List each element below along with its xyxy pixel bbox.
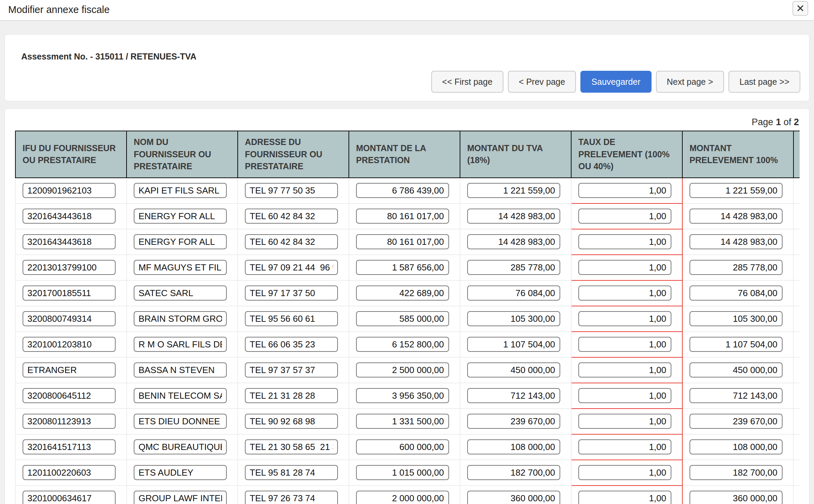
montant100-input[interactable] bbox=[690, 388, 783, 403]
adresse-input[interactable] bbox=[245, 183, 338, 198]
ifu-input[interactable] bbox=[23, 311, 116, 326]
adresse-input[interactable] bbox=[245, 260, 338, 275]
montant100-input[interactable] bbox=[690, 337, 783, 352]
last-page-button[interactable]: Last page >> bbox=[728, 71, 800, 93]
tva-input[interactable] bbox=[467, 388, 560, 403]
prestation-input[interactable] bbox=[356, 311, 449, 326]
ifu-input[interactable] bbox=[23, 209, 116, 224]
nom-cell bbox=[127, 460, 238, 486]
adresse-input[interactable] bbox=[245, 209, 338, 224]
nom-input[interactable] bbox=[134, 337, 227, 352]
ifu-input[interactable] bbox=[23, 362, 116, 377]
montant100-input[interactable] bbox=[690, 311, 783, 326]
montant100-input[interactable] bbox=[690, 414, 783, 429]
taux-input[interactable] bbox=[578, 286, 671, 301]
taux-input[interactable] bbox=[578, 209, 671, 224]
tva-input[interactable] bbox=[467, 465, 560, 480]
page-indicator-total: 2 bbox=[794, 117, 799, 127]
next-page-button[interactable]: Next page > bbox=[656, 71, 724, 93]
ifu-input[interactable] bbox=[23, 388, 116, 403]
taux-input[interactable] bbox=[578, 362, 671, 377]
adresse-input[interactable] bbox=[245, 439, 338, 454]
nom-input[interactable] bbox=[134, 209, 227, 224]
taux-input[interactable] bbox=[578, 337, 671, 352]
adresse-input[interactable] bbox=[245, 491, 338, 504]
nom-input[interactable] bbox=[134, 311, 227, 326]
montant100-input[interactable] bbox=[690, 234, 783, 249]
montant100-input[interactable] bbox=[690, 260, 783, 275]
prestation-input[interactable] bbox=[356, 388, 449, 403]
tva-input[interactable] bbox=[467, 286, 560, 301]
montant100-input[interactable] bbox=[690, 491, 783, 504]
ifu-input[interactable] bbox=[23, 286, 116, 301]
first-page-button[interactable]: << First page bbox=[431, 71, 503, 93]
montant100-input[interactable] bbox=[690, 362, 783, 377]
adresse-input[interactable] bbox=[245, 337, 338, 352]
prestation-input[interactable] bbox=[356, 414, 449, 429]
ifu-input[interactable] bbox=[23, 234, 116, 249]
adresse-input[interactable] bbox=[245, 414, 338, 429]
adresse-input[interactable] bbox=[245, 465, 338, 480]
taux-input[interactable] bbox=[578, 388, 671, 403]
tva-input[interactable] bbox=[467, 414, 560, 429]
tva-input[interactable] bbox=[467, 183, 560, 198]
ifu-input[interactable] bbox=[23, 337, 116, 352]
nom-input[interactable] bbox=[134, 465, 227, 480]
nom-input[interactable] bbox=[134, 286, 227, 301]
nom-input[interactable] bbox=[134, 183, 227, 198]
taux-input[interactable] bbox=[578, 183, 671, 198]
prestation-input[interactable] bbox=[356, 183, 449, 198]
prestation-input[interactable] bbox=[356, 260, 449, 275]
prestation-input[interactable] bbox=[356, 465, 449, 480]
adresse-input[interactable] bbox=[245, 286, 338, 301]
prestation-input[interactable] bbox=[356, 491, 449, 504]
tva-input[interactable] bbox=[467, 260, 560, 275]
close-button[interactable]: ✕ bbox=[792, 1, 808, 16]
tva-input[interactable] bbox=[467, 234, 560, 249]
nom-input[interactable] bbox=[134, 260, 227, 275]
tva-input[interactable] bbox=[467, 362, 560, 377]
montant100-input[interactable] bbox=[690, 183, 783, 198]
montant100-input[interactable] bbox=[690, 286, 783, 301]
ifu-input[interactable] bbox=[23, 183, 116, 198]
prev-page-button[interactable]: < Prev page bbox=[508, 71, 576, 93]
prestation-input[interactable] bbox=[356, 337, 449, 352]
nom-input[interactable] bbox=[134, 439, 227, 454]
taux-input[interactable] bbox=[578, 260, 671, 275]
nom-input[interactable] bbox=[134, 388, 227, 403]
montant100-input[interactable] bbox=[690, 439, 783, 454]
taux-input[interactable] bbox=[578, 234, 671, 249]
table-row bbox=[15, 486, 800, 504]
tva-input[interactable] bbox=[467, 337, 560, 352]
taux-input[interactable] bbox=[578, 465, 671, 480]
adresse-input[interactable] bbox=[245, 234, 338, 249]
prestation-input[interactable] bbox=[356, 209, 449, 224]
ifu-input[interactable] bbox=[23, 491, 116, 504]
prestation-input[interactable] bbox=[356, 439, 449, 454]
prestation-input[interactable] bbox=[356, 286, 449, 301]
tva-input[interactable] bbox=[467, 439, 560, 454]
taux-input[interactable] bbox=[578, 491, 671, 504]
save-button[interactable]: Sauvegarder bbox=[580, 71, 651, 93]
montant100-input[interactable] bbox=[690, 209, 783, 224]
tva-input[interactable] bbox=[467, 209, 560, 224]
ifu-input[interactable] bbox=[23, 414, 116, 429]
adresse-input[interactable] bbox=[245, 311, 338, 326]
nom-input[interactable] bbox=[134, 362, 227, 377]
taux-input[interactable] bbox=[578, 439, 671, 454]
nom-input[interactable] bbox=[134, 491, 227, 504]
prestation-input[interactable] bbox=[356, 362, 449, 377]
taux-input[interactable] bbox=[578, 311, 671, 326]
tva-input[interactable] bbox=[467, 311, 560, 326]
adresse-input[interactable] bbox=[245, 362, 338, 377]
nom-input[interactable] bbox=[134, 234, 227, 249]
adresse-input[interactable] bbox=[245, 388, 338, 403]
ifu-input[interactable] bbox=[23, 465, 116, 480]
taux-input[interactable] bbox=[578, 414, 671, 429]
montant100-input[interactable] bbox=[690, 465, 783, 480]
tva-input[interactable] bbox=[467, 491, 560, 504]
nom-input[interactable] bbox=[134, 414, 227, 429]
ifu-input[interactable] bbox=[23, 439, 116, 454]
ifu-input[interactable] bbox=[23, 260, 116, 275]
prestation-input[interactable] bbox=[356, 234, 449, 249]
